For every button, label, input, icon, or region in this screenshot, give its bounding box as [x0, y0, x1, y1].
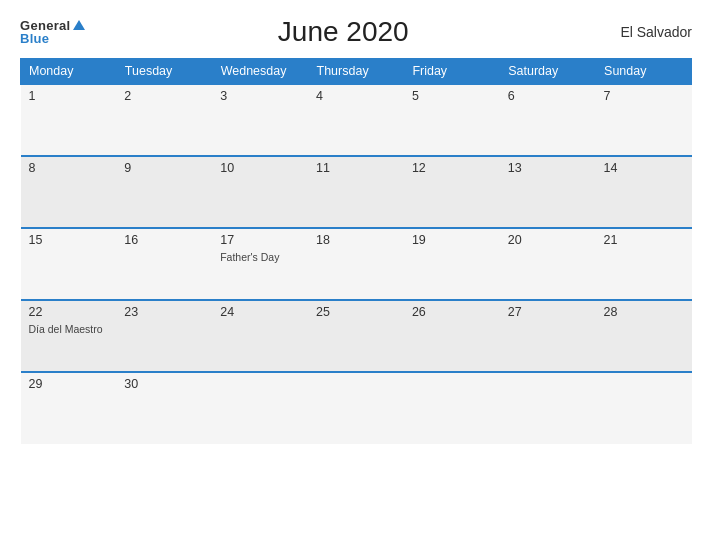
calendar-cell [404, 372, 500, 444]
calendar-cell: 15 [21, 228, 117, 300]
header-wednesday: Wednesday [212, 59, 308, 85]
calendar-week-row: 891011121314 [21, 156, 692, 228]
calendar-cell: 26 [404, 300, 500, 372]
calendar-cell: 17Father's Day [212, 228, 308, 300]
calendar-cell: 16 [116, 228, 212, 300]
calendar-cell [212, 372, 308, 444]
day-number: 17 [220, 233, 300, 247]
day-number: 4 [316, 89, 396, 103]
header-friday: Friday [404, 59, 500, 85]
day-number: 23 [124, 305, 204, 319]
header-thursday: Thursday [308, 59, 404, 85]
calendar-cell: 10 [212, 156, 308, 228]
day-number: 27 [508, 305, 588, 319]
calendar-table: Monday Tuesday Wednesday Thursday Friday… [20, 58, 692, 444]
calendar-cell: 7 [596, 84, 692, 156]
calendar-week-row: 151617Father's Day18192021 [21, 228, 692, 300]
calendar-cell: 28 [596, 300, 692, 372]
calendar-cell: 14 [596, 156, 692, 228]
day-number: 15 [29, 233, 109, 247]
day-number: 25 [316, 305, 396, 319]
day-number: 12 [412, 161, 492, 175]
calendar-cell: 5 [404, 84, 500, 156]
calendar-cell: 21 [596, 228, 692, 300]
calendar-cell: 27 [500, 300, 596, 372]
calendar-cell: 4 [308, 84, 404, 156]
day-number: 11 [316, 161, 396, 175]
day-number: 16 [124, 233, 204, 247]
day-number: 22 [29, 305, 109, 319]
calendar-cell: 30 [116, 372, 212, 444]
calendar-cell: 23 [116, 300, 212, 372]
calendar-page: General Blue June 2020 El Salvador Monda… [0, 0, 712, 550]
logo-blue-text: Blue [20, 32, 49, 45]
calendar-week-row: 2930 [21, 372, 692, 444]
day-number: 26 [412, 305, 492, 319]
calendar-week-row: 1234567 [21, 84, 692, 156]
days-header-row: Monday Tuesday Wednesday Thursday Friday… [21, 59, 692, 85]
day-event: Father's Day [220, 251, 279, 263]
calendar-cell [596, 372, 692, 444]
calendar-cell: 25 [308, 300, 404, 372]
day-number: 1 [29, 89, 109, 103]
calendar-cell: 20 [500, 228, 596, 300]
day-number: 13 [508, 161, 588, 175]
header-saturday: Saturday [500, 59, 596, 85]
day-number: 29 [29, 377, 109, 391]
day-number: 30 [124, 377, 204, 391]
calendar-cell: 12 [404, 156, 500, 228]
day-number: 28 [604, 305, 684, 319]
day-number: 3 [220, 89, 300, 103]
day-number: 24 [220, 305, 300, 319]
header: General Blue June 2020 El Salvador [20, 16, 692, 48]
calendar-week-row: 22Día del Maestro232425262728 [21, 300, 692, 372]
calendar-cell: 2 [116, 84, 212, 156]
day-number: 21 [604, 233, 684, 247]
calendar-cell: 3 [212, 84, 308, 156]
calendar-cell: 13 [500, 156, 596, 228]
calendar-cell: 6 [500, 84, 596, 156]
calendar-cell: 8 [21, 156, 117, 228]
calendar-cell [500, 372, 596, 444]
day-number: 19 [412, 233, 492, 247]
month-title: June 2020 [85, 16, 602, 48]
day-number: 9 [124, 161, 204, 175]
country-label: El Salvador [602, 24, 692, 40]
day-number: 20 [508, 233, 588, 247]
day-number: 18 [316, 233, 396, 247]
calendar-cell: 29 [21, 372, 117, 444]
day-number: 5 [412, 89, 492, 103]
day-number: 14 [604, 161, 684, 175]
logo: General Blue [20, 19, 85, 45]
day-event: Día del Maestro [29, 323, 103, 335]
calendar-cell: 1 [21, 84, 117, 156]
header-sunday: Sunday [596, 59, 692, 85]
calendar-cell [308, 372, 404, 444]
day-number: 8 [29, 161, 109, 175]
day-number: 7 [604, 89, 684, 103]
day-number: 10 [220, 161, 300, 175]
calendar-cell: 18 [308, 228, 404, 300]
header-tuesday: Tuesday [116, 59, 212, 85]
day-number: 2 [124, 89, 204, 103]
calendar-cell: 9 [116, 156, 212, 228]
calendar-cell: 19 [404, 228, 500, 300]
calendar-cell: 24 [212, 300, 308, 372]
calendar-cell: 22Día del Maestro [21, 300, 117, 372]
header-monday: Monday [21, 59, 117, 85]
logo-triangle-icon [73, 20, 85, 30]
day-number: 6 [508, 89, 588, 103]
calendar-cell: 11 [308, 156, 404, 228]
